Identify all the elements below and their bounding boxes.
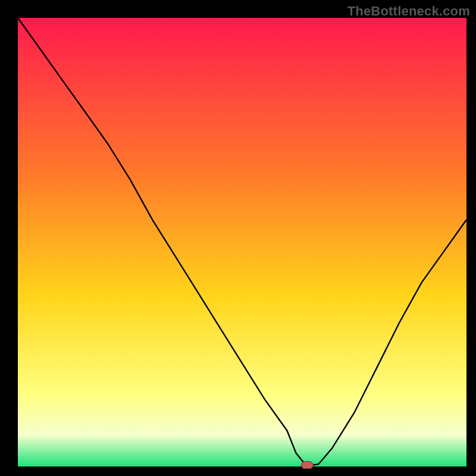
optimum-marker — [301, 462, 313, 469]
watermark-text: TheBottleneck.com — [347, 4, 470, 19]
plot-background-gradient — [18, 18, 466, 466]
chart-frame: TheBottleneck.com — [0, 0, 476, 476]
bottleneck-chart — [0, 0, 476, 476]
